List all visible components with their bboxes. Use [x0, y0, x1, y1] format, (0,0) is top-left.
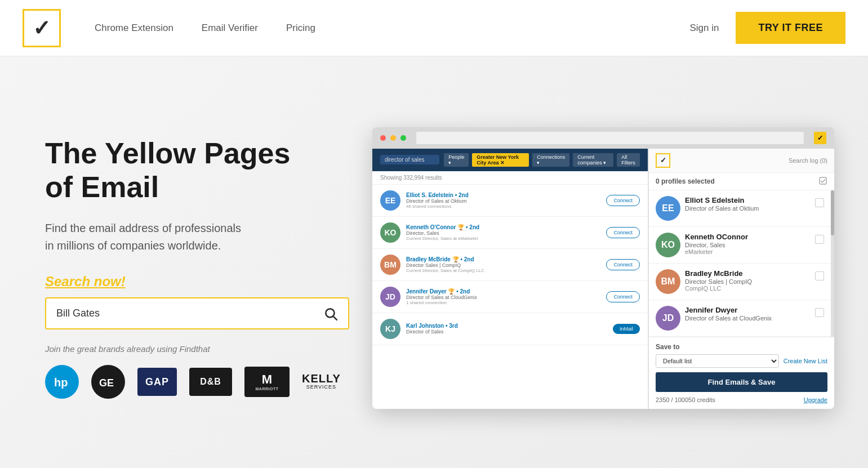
hp-icon: hp: [52, 372, 72, 392]
brands-label: Join the great brands already using Find…: [45, 344, 349, 354]
dot-yellow: [390, 135, 396, 141]
avatar: EE: [380, 190, 400, 211]
li-person-info: Karl Johnston • 3rd Director of Sales: [406, 323, 607, 335]
li-filters: People ▾ Greater New York City Area ✕ Co…: [444, 153, 640, 167]
hero-left: The Yellow Pages of Email Find the email…: [45, 137, 372, 399]
li-person-title: Director of Sales at CloudGenix: [406, 295, 600, 300]
ext-select-all: [818, 176, 827, 186]
li-inmail-button[interactable]: InMail: [613, 324, 640, 334]
brand-marriott: M MARRIOTT: [244, 367, 290, 397]
search-container: [45, 297, 349, 329]
li-person-name: Bradley McBride 🏆 • 2nd: [406, 256, 600, 262]
ext-select-checkbox[interactable]: [815, 271, 824, 280]
li-search-input: director of sales: [380, 155, 439, 164]
sign-in-link[interactable]: Sign in: [690, 23, 719, 34]
logo-box: ✓: [23, 9, 61, 47]
li-person-title: Director Sales | CompIQ: [406, 262, 600, 268]
li-connect-button[interactable]: Connect: [606, 195, 640, 206]
ext-select-checkbox[interactable]: [815, 235, 824, 244]
ext-person-title: Director, Sales: [685, 242, 811, 248]
ext-select-checkbox[interactable]: [815, 198, 824, 207]
avatar: JD: [656, 306, 680, 331]
ext-save-label: Save to: [656, 343, 827, 351]
li-connect-button[interactable]: Connect: [606, 227, 640, 238]
li-person-detail: Current Director, Sales at eMarketer: [406, 236, 600, 241]
li-person-title: Director of Sales: [406, 329, 607, 335]
brand-hp: hp: [45, 365, 79, 399]
list-item: KJ Karl Johnston • 3rd Director of Sales…: [372, 313, 648, 345]
ext-find-emails-button[interactable]: Find Emails & Save: [656, 372, 827, 392]
ext-person-info: Jennifer Dwyer Director of Sales at Clou…: [685, 306, 811, 322]
extension-panel: ✓ Search log (0) 0 profiles selected: [648, 149, 834, 409]
ext-person-company: eMarketer: [685, 248, 811, 255]
ext-profiles-bar: 0 profiles selected: [649, 173, 834, 190]
browser-bar: ✓: [372, 127, 834, 149]
browser-extension-icon: ✓: [814, 132, 826, 144]
avatar: JD: [380, 287, 400, 307]
li-person-info: Bradley McBride 🏆 • 2nd Director Sales |…: [406, 256, 600, 273]
ext-credits-count: 2350 / 100050 credits: [656, 396, 715, 403]
li-filter-location: Greater New York City Area ✕: [472, 153, 529, 167]
search-button[interactable]: [313, 301, 348, 327]
ext-person-name: Kenneth OConnor: [685, 233, 811, 241]
list-item: KO Kenneth OConnor Director, Sales eMark…: [649, 227, 831, 264]
main-content: The Yellow Pages of Email Find the email…: [0, 56, 868, 468]
search-icon: [323, 306, 338, 321]
main-nav: Chrome Extension Email Verifier Pricing: [95, 23, 690, 34]
scrollbar-track: [831, 190, 834, 337]
scrollbar-thumb[interactable]: [831, 190, 834, 235]
svg-text:hp: hp: [54, 376, 68, 389]
li-filter-people: People ▾: [444, 153, 469, 167]
ext-header: ✓ Search log (0): [649, 149, 834, 173]
ext-person-name: Bradley McBride: [685, 269, 811, 278]
search-label: Search now!: [45, 274, 349, 289]
li-person-info: Jennifer Dwyer 🏆 • 2nd Director of Sales…: [406, 288, 600, 305]
ext-person-title: Director Sales | CompIQ: [685, 278, 811, 285]
ext-person-name: Jennifer Dwyer: [685, 306, 811, 314]
li-person-detail: 46 shared connections: [406, 204, 600, 209]
header: ✓ Chrome Extension Email Verifier Pricin…: [0, 0, 868, 56]
ext-create-new-list[interactable]: Create New List: [784, 358, 827, 364]
logo[interactable]: ✓: [23, 9, 61, 47]
li-filter-all: All Filters: [617, 153, 640, 167]
ext-search-log[interactable]: Search log (0): [789, 157, 827, 164]
try-free-button[interactable]: TRY IT FREE: [736, 12, 845, 44]
nav-chrome-extension[interactable]: Chrome Extension: [95, 23, 173, 34]
li-person-name: Karl Johnston • 3rd: [406, 323, 607, 329]
ext-select-checkbox[interactable]: [815, 308, 824, 317]
ext-person-company: CompIQ LLC: [685, 285, 811, 292]
li-person-info: Kenneth O'Connor 🏆 • 2nd Director, Sales…: [406, 224, 600, 241]
ge-icon: GE: [97, 371, 119, 393]
ext-upgrade-link[interactable]: Upgrade: [804, 396, 827, 403]
brand-kelly: KELLY SERVICES: [302, 367, 341, 397]
list-item: JD Jennifer Dwyer 🏆 • 2nd Director of Sa…: [372, 281, 648, 313]
li-person-info: Elliot S. Edelstein • 2nd Director of Sa…: [406, 192, 600, 209]
browser-url-bar: [416, 132, 804, 144]
search-input[interactable]: [46, 298, 313, 328]
hero-right: ✓ director of sales People ▾ Greater New…: [372, 127, 834, 409]
ext-list-select[interactable]: Default list: [656, 354, 779, 368]
ext-person-title: Director of Sales at CloudGenix: [685, 315, 811, 322]
li-person-name: Jennifer Dwyer 🏆 • 2nd: [406, 288, 600, 295]
ext-list: EE Elliot S Edelstein Director of Sales …: [649, 190, 834, 337]
ext-person-title: Director of Sales at Oktium: [685, 205, 811, 212]
dot-green: [400, 135, 406, 141]
nav-email-verifier[interactable]: Email Verifier: [202, 23, 258, 34]
ext-people: EE Elliot S Edelstein Director of Sales …: [649, 190, 831, 337]
avatar: BM: [380, 255, 400, 275]
brand-gap: GAP: [137, 368, 177, 396]
brand-ge: GE: [91, 365, 125, 399]
avatar: KO: [380, 222, 400, 243]
nav-pricing[interactable]: Pricing: [286, 23, 315, 34]
hero-subheadline: Find the email address of professionalsi…: [45, 220, 349, 255]
list-item: EE Elliot S. Edelstein • 2nd Director of…: [372, 185, 648, 217]
ext-logo: ✓: [656, 153, 670, 168]
ext-person-name: Elliot S Edelstein: [685, 196, 811, 204]
ext-save-row: Default list Create New List: [656, 354, 827, 368]
logo-checkmark: ✓: [33, 17, 51, 39]
li-connect-button[interactable]: Connect: [606, 259, 640, 270]
svg-text:GE: GE: [99, 377, 114, 389]
ext-save-section: Save to Default list Create New List Fin…: [649, 337, 834, 409]
li-connect-button[interactable]: Connect: [606, 291, 640, 302]
brand-dnb: D&B: [189, 368, 232, 396]
